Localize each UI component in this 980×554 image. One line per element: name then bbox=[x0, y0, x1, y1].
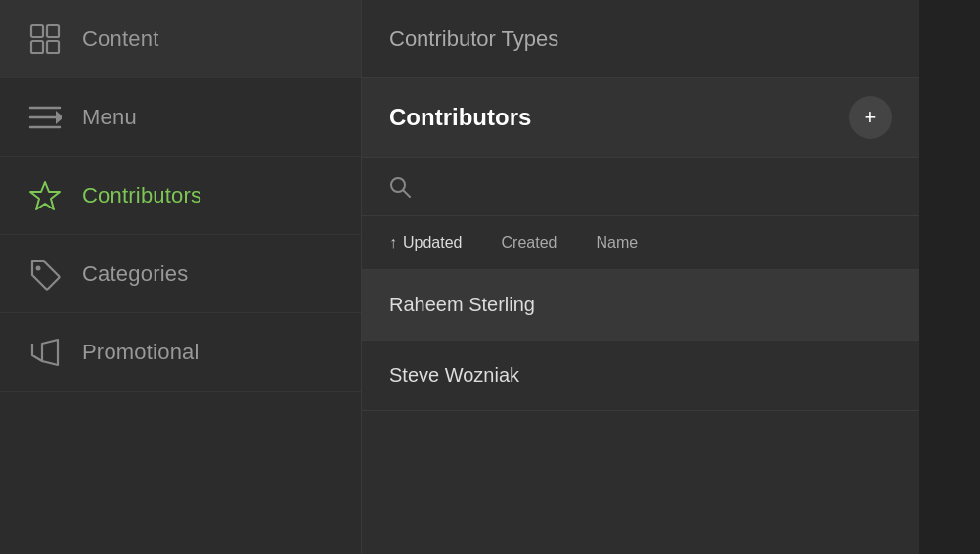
right-panel bbox=[919, 0, 980, 554]
svg-marker-8 bbox=[30, 182, 60, 209]
promo-icon bbox=[27, 335, 63, 370]
search-icon bbox=[389, 176, 411, 198]
contributor-name: Raheem Sterling bbox=[389, 294, 535, 316]
search-container bbox=[362, 158, 919, 216]
svg-rect-0 bbox=[31, 25, 43, 37]
sort-updated-label: Updated bbox=[403, 234, 463, 252]
sidebar-item-promotional-label: Promotional bbox=[82, 340, 200, 365]
svg-rect-2 bbox=[31, 41, 43, 53]
sidebar-item-contributors[interactable]: Contributors bbox=[0, 157, 361, 235]
sort-by-created[interactable]: Created bbox=[502, 234, 557, 252]
svg-marker-7 bbox=[56, 111, 62, 124]
sidebar-item-contributors-label: Contributors bbox=[82, 183, 201, 208]
star-icon bbox=[27, 178, 63, 213]
sort-by-name[interactable]: Name bbox=[596, 234, 638, 252]
svg-rect-3 bbox=[47, 41, 59, 53]
contributors-section-title: Contributors bbox=[389, 104, 531, 131]
sidebar-item-content-label: Content bbox=[82, 26, 158, 52]
grid-icon bbox=[27, 22, 63, 57]
sidebar-item-categories[interactable]: Categories bbox=[0, 235, 361, 313]
main-content: Contributor Types Contributors + ↑ Updat… bbox=[362, 0, 919, 554]
plus-icon: + bbox=[865, 107, 877, 128]
sort-created-label: Created bbox=[502, 234, 557, 252]
sidebar: Content Menu Contributors bbox=[0, 0, 362, 554]
list-item[interactable]: Raheem Sterling bbox=[362, 270, 919, 341]
svg-line-11 bbox=[404, 190, 411, 197]
list-item[interactable]: Steve Wozniak bbox=[362, 341, 919, 411]
sidebar-item-menu-label: Menu bbox=[82, 105, 137, 130]
sort-name-label: Name bbox=[596, 234, 638, 252]
sort-header: ↑ Updated Created Name bbox=[362, 216, 919, 270]
add-contributor-button[interactable]: + bbox=[849, 96, 892, 139]
tag-icon bbox=[27, 256, 63, 292]
svg-rect-1 bbox=[47, 25, 59, 37]
svg-point-9 bbox=[36, 265, 41, 270]
sidebar-item-promotional[interactable]: Promotional bbox=[0, 313, 361, 392]
sort-arrow-updated: ↑ bbox=[389, 234, 397, 252]
menu-icon bbox=[27, 100, 63, 135]
sidebar-item-content[interactable]: Content bbox=[0, 0, 361, 78]
sidebar-item-menu[interactable]: Menu bbox=[0, 78, 361, 157]
content-header: Contributor Types bbox=[362, 0, 919, 78]
sidebar-item-categories-label: Categories bbox=[82, 261, 188, 287]
search-input[interactable] bbox=[421, 176, 892, 197]
sort-by-updated[interactable]: ↑ Updated bbox=[389, 234, 463, 252]
content-header-title: Contributor Types bbox=[389, 26, 558, 52]
contributor-name: Steve Wozniak bbox=[389, 364, 519, 387]
contributors-section-header: Contributors + bbox=[362, 78, 919, 158]
